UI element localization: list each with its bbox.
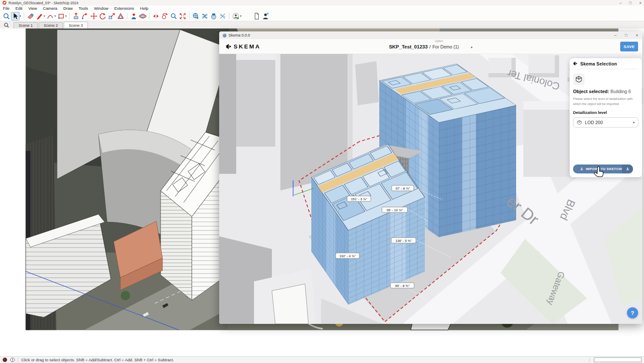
measurements-divider [589,357,590,362]
sketchup-titlebar: Rosslyn_GEOlocated_03* - SketchUp 2024 –… [0,0,644,6]
toolbar-separator [149,12,150,20]
new-file-icon[interactable] [252,12,261,20]
skema-titlebar: Skema 0.0.0 – □ × [219,31,642,39]
detail-level-label: Detailization level [573,110,638,115]
panel-description: Please select the level of detailization… [573,96,638,106]
help-button[interactable]: ? [627,307,638,318]
measurements-input[interactable] [594,357,641,362]
menu-extensions[interactable]: Extensions [111,6,137,11]
lod-value: LOD 200 [585,120,630,125]
sandbox-icon[interactable] [218,12,227,20]
measurement-label: 65' - 8 ⅝" [390,283,414,288]
project-name: SKP_Test_01233 [389,44,428,49]
object-selected-label: Object selected: [573,89,609,94]
skema-selection-panel: Skema Selection Object selected: Buildin… [570,58,642,177]
orbit-icon[interactable] [138,12,147,20]
rectangle-icon[interactable] [57,12,65,20]
skema-maximize-button[interactable]: □ [625,33,627,37]
maximize-button[interactable]: □ [629,1,631,5]
option-value: For Demo (1) [432,44,459,49]
toggle-terrain-icon[interactable] [201,12,209,20]
skema-logo: SKEMA [226,43,261,50]
description-line-1: Please select the level of detailization… [573,96,638,102]
arc-caret-icon[interactable]: ▾ [54,14,56,18]
tab-scene-2[interactable]: Scene 2 [39,22,63,28]
object-selected-value: Building 6 [609,89,631,94]
measurement-label: 192' - 4 ⅞" [336,253,359,258]
close-button[interactable]: × [639,1,641,5]
rotate-icon[interactable] [99,12,107,20]
window-title: Rosslyn_GEOlocated_03* - SketchUp 2024 [8,1,78,5]
option-label: Option [435,40,443,43]
toolbar-separator [69,12,70,20]
measurement-label: 57' - 8 ⅞" [392,185,414,191]
skema-close-button[interactable]: × [636,33,638,37]
cube-icon [575,76,582,83]
tab-scene-3[interactable]: Scene 3 [64,22,88,28]
zoom-extents-icon[interactable] [178,12,187,20]
description-line-2: which the object will be imported [573,102,638,107]
import-download-cap[interactable] [622,164,633,173]
skema-brand-name: SKEMA [234,43,261,50]
pencil-icon[interactable] [35,12,44,20]
push-pull-icon[interactable] [72,12,80,20]
menu-edit[interactable]: Edit [12,6,25,11]
zoom-icon[interactable] [169,12,178,20]
sketchup-logo-icon [3,1,6,5]
menu-draw[interactable]: Draw [60,6,76,11]
flip-icon[interactable] [152,12,160,20]
lod-caret-icon[interactable]: ▾ [633,121,635,125]
skema-logo-icon [226,43,232,50]
download-icon [580,167,584,171]
add-location-icon[interactable] [192,12,200,20]
move-icon[interactable] [90,12,98,20]
statusbar-separator [18,357,18,363]
menu-camera[interactable]: Camera [40,6,60,11]
toolbar: ▾ ▾ ▾ ▾ ▾ [0,11,644,21]
option-caret-icon[interactable]: ▾ [471,45,472,49]
download-icon [626,167,630,171]
menu-window[interactable]: Window [91,6,111,11]
geolocation-status-icon[interactable] [3,357,7,362]
rectangle-caret-icon[interactable]: ▾ [65,14,67,18]
select-tool-caret-icon[interactable]: ▾ [20,14,21,18]
skema-minimize-button[interactable]: – [614,33,616,37]
sign-in-avatar-icon[interactable] [232,12,240,20]
menu-tools[interactable]: Tools [76,6,91,11]
measurement-label: 95' - 10 ⅞" [382,207,407,213]
save-button[interactable]: SAVE [620,42,638,51]
object-cube-badge [573,74,585,85]
model-info-icon[interactable] [10,357,15,362]
menu-help[interactable]: Help [137,6,152,11]
svg-text:136' - 5 ⅝": 136' - 5 ⅝" [395,239,412,243]
minimize-button[interactable]: – [619,1,621,5]
menubar: File Edit View Camera Draw Tools Window … [0,6,644,11]
pencil-caret-icon[interactable]: ▾ [44,14,45,18]
panel-title: Skema Selection [580,61,617,66]
mouse-cursor [593,166,605,181]
tab-scene-1[interactable]: Scene 1 [14,22,38,28]
position-camera-icon[interactable] [130,12,138,20]
menu-view[interactable]: View [25,6,40,11]
project-selector[interactable]: Option SKP_Test_01233 / For Demo (1) ▾ [389,40,473,49]
sign-in-caret-icon[interactable]: ▾ [240,14,242,18]
arc-icon[interactable] [46,12,54,20]
account-avatar-icon[interactable] [261,12,270,20]
select-tool-icon[interactable] [11,12,20,20]
photo-textures-icon[interactable] [209,12,218,20]
rotate-view-icon[interactable] [161,12,169,20]
eraser-icon[interactable] [26,12,35,20]
scene-search-icon[interactable] [3,22,9,28]
scale-icon[interactable] [107,12,116,20]
skema-mini-logo-icon [573,61,578,66]
search-icon[interactable] [2,12,11,20]
toolbar-separator [229,12,229,20]
lod-dropdown[interactable]: LOD 200 ▾ [573,117,638,128]
lod-cube-icon [577,120,582,125]
measurement-label: 151' - 3 ⅞" [347,196,371,201]
menu-file[interactable]: File [0,6,12,11]
skema-app-icon [223,34,226,37]
offset-icon[interactable] [116,12,125,20]
follow-me-icon[interactable] [81,12,89,20]
import-button-label: IMPORT TO SKETCHUP [586,167,626,171]
